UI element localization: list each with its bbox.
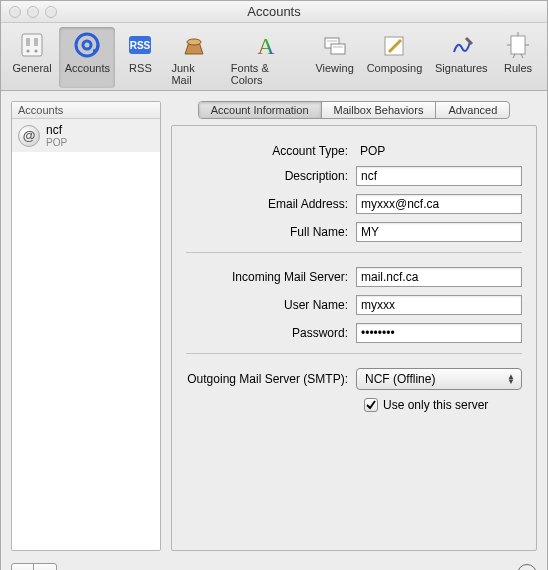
footer: + − ?: [1, 559, 547, 570]
smtp-value: NCF (Offline): [365, 372, 435, 386]
account-name: ncf: [46, 123, 67, 137]
svg-point-9: [187, 39, 201, 45]
tab-mailbox-behaviors[interactable]: Mailbox Behaviors: [322, 102, 437, 118]
accounts-sidebar: Accounts @ ncf POP: [11, 101, 161, 551]
updown-icon: ▲▼: [507, 374, 515, 384]
tab-bar: Account Information Mailbox Behaviors Ad…: [171, 101, 537, 119]
separator: [186, 353, 522, 354]
email-label: Email Address:: [186, 197, 356, 211]
junk-icon: [178, 29, 210, 61]
svg-rect-12: [331, 44, 345, 54]
account-type-value: POP: [356, 144, 385, 158]
svg-rect-2: [34, 38, 38, 46]
toolbar: General Accounts RSS RSS Junk Mail A Fon…: [1, 23, 547, 91]
toolbar-composing[interactable]: Composing: [361, 27, 427, 88]
window-title: Accounts: [1, 4, 547, 19]
help-button[interactable]: ?: [517, 564, 537, 570]
svg-rect-0: [22, 34, 42, 56]
fullname-label: Full Name:: [186, 225, 356, 239]
toolbar-viewing[interactable]: Viewing: [310, 27, 359, 88]
rss-icon: RSS: [124, 29, 156, 61]
fonts-icon: A: [250, 29, 282, 61]
toolbar-junk[interactable]: Junk Mail: [165, 27, 222, 88]
username-input[interactable]: [356, 295, 522, 315]
use-only-label: Use only this server: [383, 398, 488, 412]
titlebar: Accounts: [1, 1, 547, 23]
password-label: Password:: [186, 326, 356, 340]
fullname-input[interactable]: [356, 222, 522, 242]
svg-text:A: A: [258, 33, 276, 59]
email-input[interactable]: [356, 194, 522, 214]
use-only-checkbox[interactable]: [364, 398, 378, 412]
description-label: Description:: [186, 169, 356, 183]
remove-account-button[interactable]: −: [34, 564, 56, 570]
sidebar-list: @ ncf POP: [12, 119, 160, 550]
username-label: User Name:: [186, 298, 356, 312]
incoming-label: Incoming Mail Server:: [186, 270, 356, 284]
add-remove-control: + −: [11, 563, 57, 570]
svg-rect-1: [26, 38, 30, 46]
toolbar-fonts[interactable]: A Fonts & Colors: [225, 27, 308, 88]
separator: [186, 252, 522, 253]
tab-account-info[interactable]: Account Information: [199, 102, 322, 118]
description-input[interactable]: [356, 166, 522, 186]
switches-icon: [16, 29, 48, 61]
account-info-panel: Account Type: POP Description: Email Add…: [171, 125, 537, 551]
at-icon: [71, 29, 103, 61]
account-type: POP: [46, 137, 67, 148]
smtp-label: Outgoing Mail Server (SMTP):: [186, 372, 356, 386]
account-list-item[interactable]: @ ncf POP: [12, 119, 160, 152]
at-icon: @: [18, 125, 40, 147]
svg-point-4: [35, 50, 38, 53]
viewing-icon: [319, 29, 351, 61]
tab-advanced[interactable]: Advanced: [436, 102, 509, 118]
svg-point-5: [76, 34, 98, 56]
toolbar-rules[interactable]: Rules: [495, 27, 541, 88]
svg-point-6: [83, 41, 91, 49]
svg-text:RSS: RSS: [130, 40, 151, 51]
password-input[interactable]: [356, 323, 522, 343]
toolbar-signatures[interactable]: Signatures: [430, 27, 493, 88]
toolbar-accounts[interactable]: Accounts: [59, 27, 115, 88]
account-type-label: Account Type:: [186, 144, 356, 158]
toolbar-rss[interactable]: RSS RSS: [117, 27, 163, 88]
add-account-button[interactable]: +: [12, 564, 34, 570]
composing-icon: [378, 29, 410, 61]
svg-rect-16: [511, 36, 525, 54]
sidebar-header: Accounts: [12, 102, 160, 119]
smtp-select[interactable]: NCF (Offline) ▲▼: [356, 368, 522, 390]
preferences-window: Accounts General Accounts RSS RSS Junk M…: [0, 0, 548, 570]
incoming-input[interactable]: [356, 267, 522, 287]
toolbar-general[interactable]: General: [7, 27, 57, 88]
checkmark-icon: [365, 399, 377, 411]
signatures-icon: [445, 29, 477, 61]
svg-point-3: [27, 50, 30, 53]
rules-icon: [502, 29, 534, 61]
